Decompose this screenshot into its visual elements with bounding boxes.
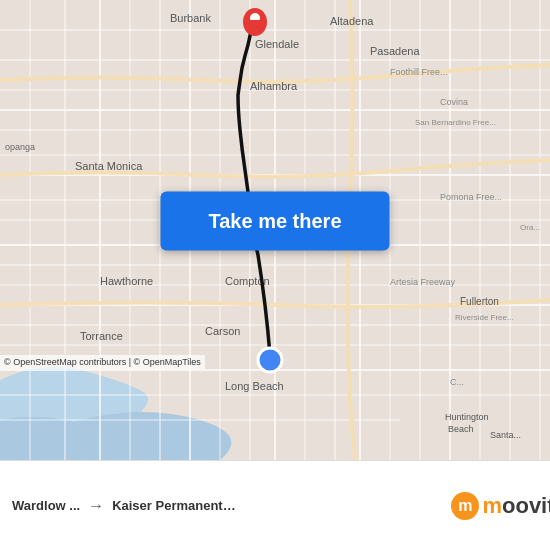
destination-station: Kaiser Permanente Los Angeles Medi...: [112, 498, 242, 513]
route-info: Wardlow ... → Kaiser Permanente Los Ange…: [12, 497, 460, 515]
svg-point-61: [258, 348, 282, 372]
svg-text:Long Beach: Long Beach: [225, 380, 284, 392]
svg-text:Altadena: Altadena: [330, 15, 374, 27]
svg-text:Foothill Free...: Foothill Free...: [390, 67, 448, 77]
moovit-logo: m moovit: [468, 486, 538, 526]
arrow-right-icon: →: [88, 497, 104, 515]
svg-text:Hawthorne: Hawthorne: [100, 275, 153, 287]
bottom-bar: Wardlow ... → Kaiser Permanente Los Ange…: [0, 460, 550, 550]
svg-text:Beach: Beach: [448, 424, 474, 434]
moovit-brand-text: moovit: [482, 493, 550, 519]
svg-text:Alhambra: Alhambra: [250, 80, 298, 92]
map-attribution: © OpenStreetMap contributors | © OpenMap…: [0, 355, 205, 369]
svg-text:Burbank: Burbank: [170, 12, 211, 24]
svg-text:Artesia Freeway: Artesia Freeway: [390, 277, 456, 287]
svg-text:opanga: opanga: [5, 142, 35, 152]
svg-text:Santa Monica: Santa Monica: [75, 160, 143, 172]
svg-text:Riverside Free...: Riverside Free...: [455, 313, 514, 322]
svg-text:Pasadena: Pasadena: [370, 45, 420, 57]
svg-text:San Bernardino Free...: San Bernardino Free...: [415, 118, 496, 127]
take-me-there-button[interactable]: Take me there: [160, 191, 389, 250]
svg-text:Huntington: Huntington: [445, 412, 489, 422]
svg-text:Santa...: Santa...: [490, 430, 521, 440]
map-container: Burbank Altadena Glendale Pasadena Footh…: [0, 0, 550, 460]
svg-text:Torrance: Torrance: [80, 330, 123, 342]
svg-text:Glendale: Glendale: [255, 38, 299, 50]
svg-text:Covina: Covina: [440, 97, 468, 107]
svg-text:C...: C...: [450, 377, 464, 387]
svg-text:Fullerton: Fullerton: [460, 296, 499, 307]
svg-text:Pomona Free...: Pomona Free...: [440, 192, 502, 202]
origin-station: Wardlow ...: [12, 498, 80, 513]
svg-text:Ora...: Ora...: [520, 223, 540, 232]
attribution-text: © OpenStreetMap contributors | © OpenMap…: [4, 357, 201, 367]
moovit-icon: m: [451, 492, 479, 520]
svg-text:Carson: Carson: [205, 325, 240, 337]
